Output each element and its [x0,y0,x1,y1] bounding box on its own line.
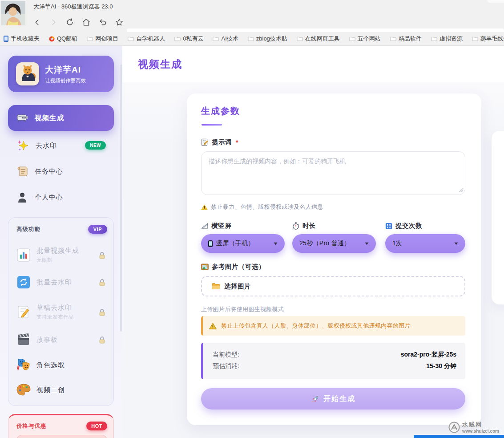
main-header: 视频生成 [122,46,504,82]
avatar[interactable] [1,1,25,25]
folder-icon [349,36,355,41]
input-numbers-icon [385,223,392,230]
price-section[interactable]: 价格与优惠 HOT [8,414,114,438]
vip-item-batch-video[interactable]: 批量视频生成 无限制 [8,243,114,267]
lock-icon [99,251,105,259]
bookmark-item[interactable]: 0私有云 [174,35,203,43]
favorite-button[interactable] [114,17,125,28]
prompt-input[interactable] [201,151,465,195]
forward-button[interactable] [48,17,59,28]
rocket-icon [311,395,319,403]
reference-image-label: 参考图片（可选） [201,263,265,271]
upload-hint: 上传图片后将使用图生视频模式 [201,305,284,313]
titlebar: 大洋芋AI - 360极速浏览器 23.0 [0,0,504,12]
sidebar-item-label: 个人中心 [35,193,63,202]
home-button[interactable] [81,17,92,28]
lock-icon [99,279,105,286]
warning-triangle-icon [201,204,208,210]
estimate-label: 预估消耗: [213,362,239,370]
selected-value: 1次 [392,239,451,247]
memo-icon [16,305,31,319]
vip-item-batch-watermark[interactable]: 批量去水印 [8,272,114,292]
submit-count-select[interactable]: 1次 [385,234,465,253]
folder-icon [128,36,134,41]
home-icon [82,18,91,27]
model-info-box: 当前模型: sora2-pro-竖屏-25s 预估消耗: 15-30 分钟 [201,343,465,379]
star-icon [115,18,124,27]
vip-header: 高级功能 VIP [16,225,107,234]
cat-mascot-icon [18,64,37,84]
vip-item-sub: 支持未发布作品 [36,314,93,320]
start-generate-button[interactable]: 开始生成 [201,388,465,410]
bookmark-item[interactable]: 薅羊毛线报 [472,35,504,43]
qq-mail-icon [49,36,55,42]
undo-icon [98,18,107,27]
vip-item-character-pick[interactable]: 角色选取 [8,355,114,375]
sidebar-item-label: 去水印 [36,142,57,150]
vip-item-draft-watermark[interactable]: 草稿去水印 支持未发布作品 [8,300,114,324]
bookmark-item[interactable]: 在线网页工具 [297,35,340,43]
bookmark-item[interactable]: 五个网站 [349,35,381,43]
vip-item-storyboard[interactable]: 故事板 [8,330,114,349]
tab-strip-notch [487,0,504,3]
sparkles-icon [17,139,28,152]
prompt-label: 提示词 * [201,138,238,146]
scroll-icon [17,166,28,177]
orientation-label: 横竖屏 [201,222,231,230]
brand-card[interactable]: 大洋芋AI 让视频创作更高效 [8,56,114,92]
refresh-icon [65,18,74,27]
bookmark-item[interactable]: 自学机器人 [128,35,165,43]
memo-icon [201,138,209,146]
site-watermark: 水贼网 www.shuizei.com [448,421,499,434]
folder-icon [213,36,219,41]
lock-icon [99,308,105,316]
bookmark-item[interactable]: AI技术 [213,35,238,43]
estimate-row: 预估消耗: 15-30 分钟 [213,361,456,372]
sidebar-item-task-center[interactable]: 任务中心 [8,162,114,181]
chevron-down-icon [274,242,278,245]
warning-triangle-icon [209,323,217,329]
chevron-down-icon [454,242,458,245]
sidebar-item-video-generate[interactable]: 视频生成 [8,105,114,131]
orientation-select[interactable]: 竖屏（手机） [201,234,285,253]
watermark-site-name: 水贼网 [462,421,499,429]
clapperboard-icon [16,333,31,346]
vip-item-label: 批量去水印 [36,278,93,287]
vip-header-label: 高级功能 [16,226,40,233]
sidebar: 大洋芋AI 让视频创作更高效 视频生成 [0,46,122,438]
bookmark-item[interactable]: zblog技术贴 [248,35,287,43]
folder-icon [174,36,181,41]
brand-title: 大洋芋AI [45,64,86,76]
restore-button[interactable] [97,17,108,28]
back-button[interactable] [32,17,43,28]
bookmark-item[interactable]: 精品软件 [390,35,422,43]
vip-item-video-remix[interactable]: 视频二创 [8,380,114,400]
card-title: 生成参数 [201,105,240,117]
vip-badge: VIP [88,225,107,234]
browser-toolbar: https://dyuapp.com/#/generate [0,12,504,32]
estimate-value: 15-30 分钟 [426,362,456,370]
duration-select[interactable]: 25秒（Pro 普通） [292,234,376,253]
avatar-photo [1,1,25,25]
sidebar-scrollbar[interactable] [120,65,122,332]
generate-params-card: 生成参数 提示词 * [187,93,481,425]
sidebar-item-profile[interactable]: 个人中心 [8,187,114,207]
folder-icon [472,36,478,41]
folder-icon [390,36,396,41]
bookmark-item[interactable]: 手机收藏夹 [4,35,40,43]
content-area: 生成参数 提示词 * [122,82,504,438]
sidebar-item-watermark-remove[interactable]: 去水印 NEW [8,136,114,155]
page: 大洋芋AI 让视频创作更高效 视频生成 [0,46,504,438]
choose-image-button[interactable]: 选择图片 [201,276,465,296]
watermark-url: www.shuizei.com [462,429,499,434]
brand-text: 大洋芋AI 让视频创作更高效 [45,64,86,84]
bookmark-item[interactable]: 虚拟资源 [431,35,463,43]
refresh-button[interactable] [65,17,75,28]
folder-icon [248,36,254,41]
lock-icon [99,336,105,344]
projector-icon [17,113,28,123]
bookmark-item[interactable]: QQ邮箱 [49,35,77,43]
bookmark-item[interactable]: 网创项目 [87,35,118,43]
new-badge: NEW [85,141,106,150]
window-title: 大洋芋AI - 360极速浏览器 23.0 [33,3,113,11]
